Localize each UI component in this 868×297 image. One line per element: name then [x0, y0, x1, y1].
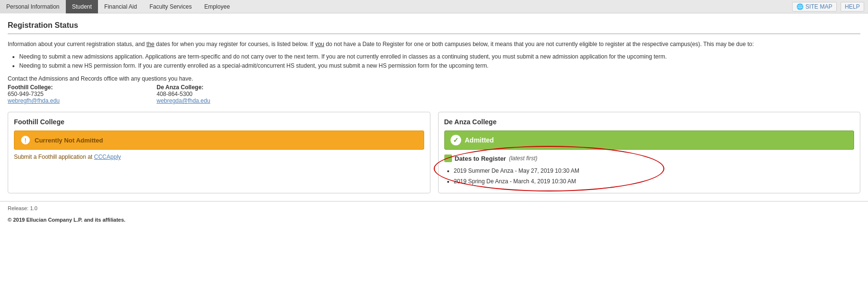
submit-application-text: Submit a Foothill application at CCCAppl… [14, 154, 424, 160]
cccapply-link[interactable]: CCCApply [94, 154, 121, 160]
warning-icon: ! [20, 135, 31, 145]
bullet-item-2: Needing to submit a new HS permission fo… [19, 61, 860, 71]
release-label: Release: 1.0 [8, 205, 37, 211]
foothill-contact: Foothill College: 650-949-7325 webregfh@… [8, 84, 157, 104]
site-map-icon: 🌐 [796, 3, 804, 10]
contact-line: Contact the Admissions and Records offic… [8, 75, 860, 82]
tab-faculty-services[interactable]: Faculty Services [143, 0, 198, 13]
deanza-college-box: De Anza College Admitted Dates to Regist… [438, 112, 861, 193]
tab-personal-information[interactable]: Personal Information [0, 0, 66, 13]
contact-columns: Foothill College: 650-949-7325 webregfh@… [8, 84, 860, 104]
deanza-college-label: De Anza College: [157, 84, 204, 91]
page-title: Registration Status [8, 21, 860, 30]
dates-list: 2019 Summer De Anza - May 27, 2019 10:30… [454, 166, 855, 187]
college-row: Foothill College ! Currently Not Admitte… [8, 112, 860, 193]
calendar-icon [444, 154, 452, 162]
title-separator [8, 34, 860, 34]
deanza-box-title: De Anza College [444, 118, 855, 126]
tab-employee[interactable]: Employee [198, 0, 236, 13]
deanza-phone: 408-864-5300 [157, 91, 193, 97]
copyright: © 2019 Ellucian Company L.P. and its aff… [0, 215, 868, 226]
intro-text: Information about your current registrat… [8, 40, 860, 48]
dates-header: Dates to Register (latest first) [444, 154, 855, 162]
site-map-label: SITE MAP [806, 3, 832, 10]
nav-bar: Personal Information Student Financial A… [0, 0, 868, 13]
tab-financial-aid[interactable]: Financial Aid [98, 0, 143, 13]
not-admitted-banner: ! Currently Not Admitted [14, 131, 424, 150]
tab-student[interactable]: Student [66, 0, 98, 13]
dates-note: (latest first) [509, 155, 537, 162]
admitted-banner: Admitted [444, 131, 855, 150]
dates-label: Dates to Register [455, 155, 506, 162]
help-label: HELP [845, 3, 860, 10]
copyright-text: © 2019 Ellucian Company L.P. and its aff… [8, 217, 125, 223]
check-icon [451, 135, 461, 145]
deanza-contact: De Anza College: 408-864-5300 webregda@f… [157, 84, 306, 104]
footer: Release: 1.0 [0, 201, 868, 215]
top-right-links: 🌐 SITE MAP HELP [792, 2, 864, 12]
foothill-box-title: Foothill College [14, 118, 424, 126]
deanza-email-link[interactable]: webregda@fhda.edu [157, 97, 210, 104]
site-map-link[interactable]: 🌐 SITE MAP [792, 2, 837, 12]
date-item-1: 2019 Summer De Anza - May 27, 2019 10:30… [454, 166, 855, 177]
bullet-list: Needing to submit a new admissions appli… [19, 52, 860, 71]
help-link[interactable]: HELP [841, 2, 864, 12]
foothill-college-box: Foothill College ! Currently Not Admitte… [8, 112, 430, 193]
foothill-phone: 650-949-7325 [8, 91, 44, 97]
admitted-label: Admitted [465, 136, 494, 144]
foothill-college-label: Foothill College: [8, 84, 53, 91]
bullet-item-1: Needing to submit a new admissions appli… [19, 52, 860, 61]
contact-section: Contact the Admissions and Records offic… [8, 75, 860, 104]
foothill-email-link[interactable]: webregfh@fhda.edu [8, 97, 60, 104]
main-content: Registration Status Information about yo… [0, 13, 868, 193]
not-admitted-label: Currently Not Admitted [35, 137, 103, 144]
date-item-2: 2019 Spring De Anza - March 4, 2019 10:3… [454, 177, 855, 187]
